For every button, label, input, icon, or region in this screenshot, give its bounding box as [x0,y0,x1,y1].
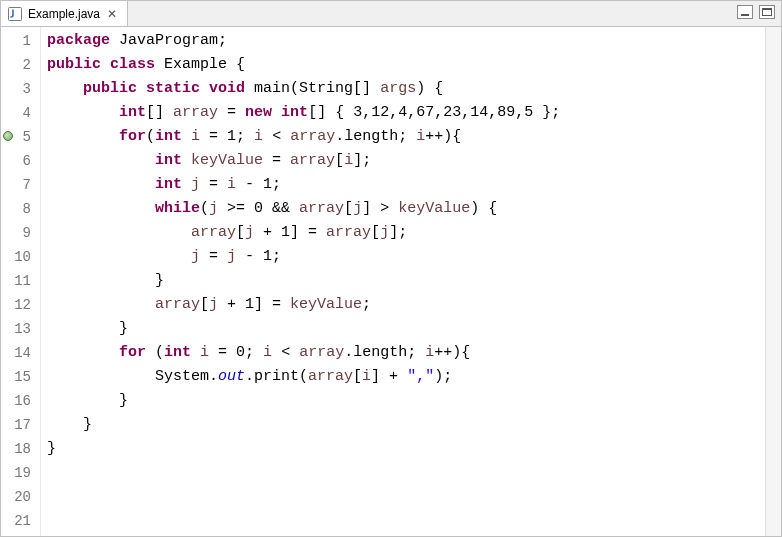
close-icon[interactable]: ✕ [105,7,119,21]
code-line[interactable]: } [47,317,765,341]
line-number: 12 [1,293,35,317]
code-line[interactable]: package JavaProgram; [47,29,765,53]
line-number: 14 [1,341,35,365]
code-line[interactable]: int j = i - 1; [47,173,765,197]
window-controls [737,5,775,19]
svg-rect-0 [9,7,22,20]
code-line[interactable]: for(int i = 1; i < array.length; i++){ [47,125,765,149]
line-number: 17 [1,413,35,437]
line-number: 3 [1,77,35,101]
code-line[interactable]: public class Example { [47,53,765,77]
line-number: 21 [1,509,35,533]
line-number: 8 [1,197,35,221]
line-number: 9 [1,221,35,245]
code-line[interactable]: while(j >= 0 && array[j] > keyValue) { [47,197,765,221]
editor-area: 123456789101112131415161718192021 packag… [1,27,781,536]
line-number: 16 [1,389,35,413]
line-number: 6 [1,149,35,173]
line-number: 13 [1,317,35,341]
code-line[interactable]: } [47,413,765,437]
vertical-scrollbar[interactable] [765,27,781,536]
line-number: 5 [1,125,35,149]
code-line[interactable]: array[j + 1] = keyValue; [47,293,765,317]
line-number: 19 [1,461,35,485]
code-line[interactable]: } [47,269,765,293]
java-file-icon [7,6,23,22]
editor-tab[interactable]: Example.java ✕ [1,1,128,26]
code-line[interactable]: j = j - 1; [47,245,765,269]
maximize-button[interactable] [759,5,775,19]
line-number-gutter: 123456789101112131415161718192021 [1,27,35,536]
code-line[interactable]: System.out.print(array[i] + ","); [47,365,765,389]
code-line[interactable]: public static void main(String[] args) { [47,77,765,101]
code-line[interactable]: array[j + 1] = array[j]; [47,221,765,245]
code-line[interactable]: } [47,437,765,461]
line-number: 7 [1,173,35,197]
line-number: 11 [1,269,35,293]
line-number: 15 [1,365,35,389]
code-line[interactable]: } [47,389,765,413]
code-line[interactable]: int keyValue = array[i]; [47,149,765,173]
line-number: 1 [1,29,35,53]
code-line[interactable]: int[] array = new int[] { 3,12,4,67,23,1… [47,101,765,125]
line-number: 20 [1,485,35,509]
line-number: 18 [1,437,35,461]
tab-filename: Example.java [28,7,100,21]
line-number: 10 [1,245,35,269]
tab-bar: Example.java ✕ [1,1,781,27]
code-content[interactable]: package JavaProgram;public class Example… [41,27,765,536]
code-line[interactable]: for (int i = 0; i < array.length; i++){ [47,341,765,365]
line-number: 4 [1,101,35,125]
override-marker-icon[interactable] [3,131,13,141]
minimize-button[interactable] [737,5,753,19]
line-number: 2 [1,53,35,77]
